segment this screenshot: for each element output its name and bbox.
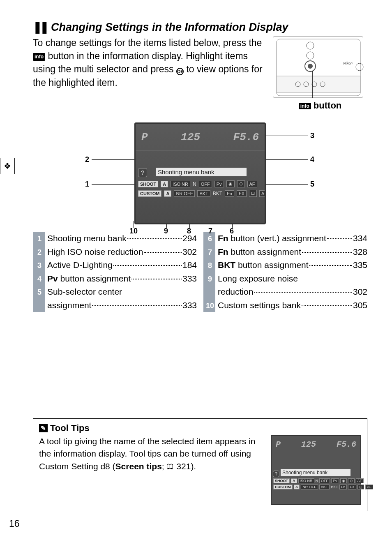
page-number: 16	[9, 518, 20, 529]
side-tab-icon: ❖	[0, 158, 15, 174]
lcd-diagram-block: 1 2 3 4 5 10 9 8 7 6 P 125 F5.6	[85, 122, 315, 224]
ok-icon: OK	[176, 68, 184, 75]
svg-point-9	[308, 64, 313, 69]
lcd-row-shoot: SHOOT A ISO NR N OFF Pv ◉ ⊙ AF	[138, 180, 262, 187]
callout-6: 6	[230, 227, 234, 235]
lcd-screen: P 125 F5.6 ? Shooting menu bank SHOOT A …	[134, 122, 266, 224]
list-item: 6 Fn button (vert.) assignment 334	[205, 232, 367, 245]
reference-list-right: 6 Fn button (vert.) assignment 334 7 Fn …	[203, 232, 367, 312]
svg-rect-1	[277, 76, 360, 92]
intro-paragraph: To change settings for the items listed …	[33, 36, 265, 89]
list-item: 4 Pv button assignment 333	[34, 272, 197, 286]
info-icon: info	[299, 103, 311, 109]
svg-text:Nikon: Nikon	[343, 61, 353, 65]
callout-7: 7	[208, 227, 212, 235]
help-icon: ?	[138, 168, 147, 177]
callout-10: 10	[129, 227, 138, 235]
info-button-caption: info button	[273, 100, 367, 111]
list-item: 8 BKT button assignment335	[205, 258, 367, 272]
book-icon: 🕮	[166, 461, 174, 472]
tips-body: A tool tip giving the name of the select…	[39, 435, 263, 473]
lcd-tooltip-label: Shooting menu bank	[281, 469, 350, 476]
callout-4: 4	[310, 155, 314, 164]
callout-5: 5	[310, 180, 314, 189]
reference-list-left: 1 Shooting menu bank294 2 High ISO noise…	[33, 232, 197, 312]
help-icon: ?	[273, 471, 279, 477]
list-item: 1 Shooting menu bank294	[34, 232, 197, 245]
tool-tips-box: ✎Tool Tips A tool tip giving the name of…	[33, 418, 367, 511]
section-heading: ❚❚Changing Settings in the Information D…	[33, 21, 367, 34]
pencil-icon: ✎	[39, 424, 48, 432]
callout-2: 2	[85, 155, 89, 164]
info-icon: info	[33, 53, 45, 61]
list-item: 9 Long exposure noise reduction302	[205, 272, 367, 299]
lcd-row-custom: CUSTOM A NR OFF BKT BKT Fn FX ⊡ AF	[138, 190, 262, 197]
callout-1: 1	[85, 180, 89, 189]
callout-9: 9	[164, 227, 168, 235]
tips-heading: ✎Tool Tips	[39, 423, 361, 434]
callout-8: 8	[187, 227, 191, 235]
list-item: 2 High ISO noise reduction 302	[34, 245, 197, 259]
callout-3: 3	[310, 132, 314, 140]
list-item: 5 Sub-selector center assignment 333	[34, 285, 197, 312]
lcd-tooltip-label: Shooting menu bank	[156, 168, 247, 176]
tips-lcd-screenshot: P 125 F5.6 ? Shooting menu bank SHOOT A …	[271, 435, 361, 505]
list-item: 10 Custom settings bank 305	[205, 299, 367, 312]
list-item: 7 Fn button assignment 328	[205, 245, 367, 259]
camera-back-diagram: Nikon	[273, 36, 363, 98]
list-item: 3 Active D-Lighting 184	[34, 258, 197, 272]
